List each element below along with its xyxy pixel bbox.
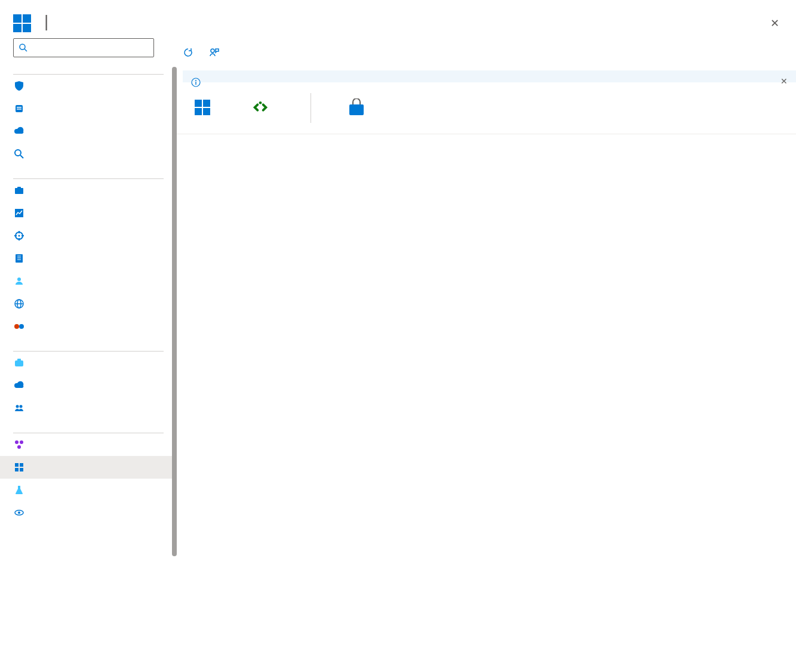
search-icon xyxy=(19,43,28,53)
sidebar-item-incidents[interactable] xyxy=(0,179,177,202)
sidebar-item-search[interactable] xyxy=(0,143,177,165)
page-title: | xyxy=(41,12,782,31)
mitre-icon xyxy=(13,320,25,332)
chart-icon xyxy=(13,207,25,219)
sidebar-scrollbar[interactable] xyxy=(172,67,177,556)
sidebar-item-logs[interactable] xyxy=(0,97,177,120)
svg-rect-44 xyxy=(349,104,364,115)
svg-rect-8 xyxy=(17,187,21,189)
svg-line-6 xyxy=(20,155,23,158)
info-icon xyxy=(191,78,201,87)
sidebar-item-wsmgr[interactable] xyxy=(0,433,177,456)
svg-point-0 xyxy=(20,44,25,50)
svg-rect-33 xyxy=(15,463,19,467)
sidebar-group-threat xyxy=(0,165,177,176)
svg-rect-27 xyxy=(17,359,21,361)
svg-point-31 xyxy=(20,440,23,444)
svg-rect-35 xyxy=(15,468,19,471)
notice-close-button[interactable]: ✕ xyxy=(780,76,788,86)
sidebar-item-notebooks[interactable] xyxy=(0,247,177,270)
svg-point-24 xyxy=(14,324,19,329)
svg-rect-42 xyxy=(195,82,196,85)
entity-icon xyxy=(13,275,25,287)
svg-point-38 xyxy=(18,511,20,514)
svg-point-5 xyxy=(15,150,21,156)
sidebar-item-watchlist[interactable] xyxy=(0,501,177,524)
people-icon xyxy=(13,402,25,414)
svg-point-29 xyxy=(20,405,23,408)
svg-point-41 xyxy=(195,80,196,81)
close-button[interactable]: ✕ xyxy=(770,17,779,30)
repo-icon xyxy=(13,380,25,392)
sidebar-group-config xyxy=(0,420,177,430)
shield-icon xyxy=(13,80,25,92)
cloud-icon xyxy=(13,125,25,137)
svg-point-30 xyxy=(15,440,19,444)
globe-icon xyxy=(13,298,25,310)
sidebar-item-contenthub[interactable] xyxy=(0,352,177,374)
sidebar-item-workbooks[interactable] xyxy=(0,202,177,224)
svg-line-1 xyxy=(24,49,27,51)
svg-rect-26 xyxy=(15,360,23,366)
sidebar-item-community[interactable] xyxy=(0,397,177,420)
svg-point-39 xyxy=(211,49,214,53)
svg-rect-36 xyxy=(20,468,23,471)
person-feedback-icon xyxy=(209,47,220,58)
refresh-button[interactable] xyxy=(183,47,198,58)
target-icon xyxy=(13,230,25,242)
svg-rect-3 xyxy=(17,107,21,108)
svg-rect-16 xyxy=(16,254,23,263)
notebook-icon xyxy=(13,252,25,264)
sidebar-item-entity[interactable] xyxy=(0,270,177,292)
sidebar-item-mitre[interactable] xyxy=(0,315,177,338)
svg-rect-7 xyxy=(15,188,23,194)
svg-point-11 xyxy=(19,235,20,237)
info-banner: ✕ xyxy=(183,70,796,82)
svg-point-20 xyxy=(17,278,21,281)
svg-rect-4 xyxy=(17,109,21,110)
sidebar-group-content xyxy=(0,338,177,349)
connected-icon xyxy=(252,99,269,116)
flask-icon xyxy=(13,484,25,496)
hub-icon xyxy=(13,357,25,369)
refresh-icon xyxy=(183,47,193,58)
bag-icon xyxy=(347,98,366,118)
connector-grid-icon xyxy=(195,100,210,115)
app-icon xyxy=(13,14,31,32)
briefcase-icon xyxy=(13,184,25,196)
svg-rect-34 xyxy=(20,463,23,467)
guides-button[interactable] xyxy=(209,47,225,58)
workspace-icon xyxy=(13,439,25,451)
sidebar-item-news[interactable] xyxy=(0,120,177,143)
svg-point-32 xyxy=(17,445,21,449)
eye-icon xyxy=(13,507,25,519)
connector-icon xyxy=(13,461,25,473)
svg-point-25 xyxy=(19,324,24,329)
sidebar-search-input[interactable] xyxy=(32,43,149,53)
logs-icon xyxy=(13,103,25,115)
svg-point-43 xyxy=(259,101,262,104)
sidebar-item-dataconnectors[interactable] xyxy=(0,456,177,479)
sidebar-item-ti[interactable] xyxy=(0,292,177,315)
sidebar-item-overview[interactable] xyxy=(0,75,177,97)
sidebar-item-hunting[interactable] xyxy=(0,224,177,247)
svg-point-28 xyxy=(16,405,19,408)
search-icon xyxy=(13,148,25,160)
sidebar-item-repos[interactable] xyxy=(0,374,177,397)
content-hub-link[interactable] xyxy=(347,98,366,118)
sidebar-group-general xyxy=(0,61,177,72)
sidebar-item-analytics[interactable] xyxy=(0,479,177,501)
sidebar-search[interactable] xyxy=(13,38,154,57)
